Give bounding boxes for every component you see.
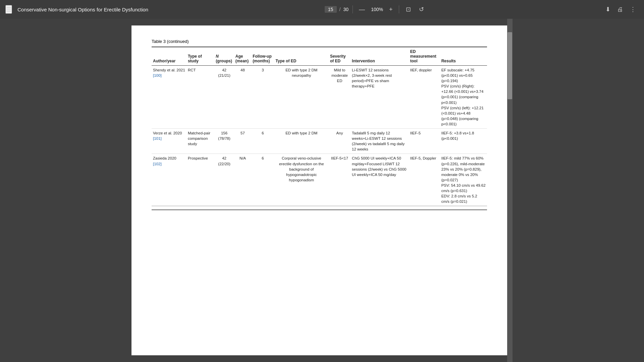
cell-intervention: Tadalafil 5 mg daily 12 weeks+Li-ESWT 12… <box>351 129 409 154</box>
divider-1 <box>353 5 353 13</box>
cell-results: IIEF-5: mild 77% vs 60% (p=0.226), mild-… <box>440 154 487 206</box>
cell-n-groups: 42 (21/21) <box>214 66 234 129</box>
col-type-ed: Type of ED <box>274 47 329 66</box>
cell-age-mean: N/A <box>234 154 251 206</box>
cell-severity-ed: IIEF-5<17 <box>329 154 351 206</box>
cell-follow-up: 6 <box>251 154 274 206</box>
cell-age-mean: 48 <box>234 66 251 129</box>
cell-severity-ed: Mild to moderate ED <box>329 66 351 129</box>
zoom-in-button[interactable]: + <box>387 5 395 14</box>
col-results: Results <box>440 47 487 66</box>
cell-type-study: Prospective <box>186 154 214 206</box>
cell-follow-up: 3 <box>251 66 274 129</box>
col-intervention: Intervention <box>351 47 409 66</box>
cell-age-mean: 57 <box>234 129 251 154</box>
table-label: Table 3 (continued) <box>152 39 487 44</box>
scrollbar[interactable] <box>507 19 513 362</box>
cell-ed-measurement: IIEF, doppler <box>409 66 440 129</box>
col-age-mean: Age (mean) <box>234 47 251 66</box>
zoom-out-button[interactable]: — <box>357 5 367 14</box>
table-bottom-border <box>152 209 487 210</box>
menu-button[interactable]: ☰ <box>5 5 12 14</box>
print-button[interactable]: 🖨 <box>614 5 626 14</box>
cell-type-study: Matched-pair comparison study <box>186 129 214 154</box>
cell-author: Zasieda 2020[102] <box>152 154 186 206</box>
cell-severity-ed: Any <box>329 129 351 154</box>
more-button[interactable]: ⋮ <box>627 4 639 14</box>
total-pages: 30 <box>343 7 348 12</box>
fit-page-button[interactable]: ⊡ <box>403 4 414 14</box>
page-container: Table 3 (continued) Author/year Type of … <box>131 25 507 355</box>
cell-follow-up: 6 <box>251 129 274 154</box>
col-severity-ed: Severity of ED <box>329 47 351 66</box>
table-row: Zasieda 2020[102]Prospective42 (22/20)N/… <box>152 154 487 206</box>
toolbar-right: ⬇ 🖨 ⋮ <box>603 4 639 14</box>
col-author: Author/year <box>152 47 186 66</box>
history-button[interactable]: ↺ <box>416 4 427 14</box>
col-n-groups: N (groups) <box>214 47 234 66</box>
col-follow-up: Follow-up (months) <box>251 47 274 66</box>
toolbar-center: / 30 — 100% + ⊡ ↺ <box>325 4 427 14</box>
main-content: Table 3 (continued) Author/year Type of … <box>0 19 644 362</box>
table-header-row: Author/year Type of study N (groups) Age… <box>152 47 487 66</box>
cell-intervention: Li-ESWT 12 sessions (2/week×2, 3-week re… <box>351 66 409 129</box>
cell-author: Verze et al. 2020[101] <box>152 129 186 154</box>
cell-ed-measurement: IIEF-5 <box>409 129 440 154</box>
table-row: Verze et al. 2020[101]Matched-pair compa… <box>152 129 487 154</box>
divider-2 <box>399 5 399 13</box>
main-table: Author/year Type of study N (groups) Age… <box>152 47 487 206</box>
cell-type-ed: Corporal veno-oclusive erectile dysfunct… <box>274 154 329 206</box>
page-separator: / <box>339 7 341 12</box>
download-button[interactable]: ⬇ <box>603 4 613 14</box>
cell-n-groups: 42 (22/20) <box>214 154 234 206</box>
table-row: Shendy et al. 2021[100]RCT42 (21/21)483E… <box>152 66 487 129</box>
cell-intervention: ChG 5000 UI weekly+ICA 50 mg/day+Focused… <box>351 154 409 206</box>
col-type-study: Type of study <box>186 47 214 66</box>
cell-results: IIEF-5: +3.8 vs+1.8 (p<0.001) <box>440 129 487 154</box>
scrollbar-thumb[interactable] <box>507 32 512 99</box>
toolbar: ☰ Conservative Non-surgical Options for … <box>0 0 644 19</box>
page-number-input[interactable] <box>325 6 337 13</box>
cell-results: EF subscale: +4.75 (p<0.001) vs+0.65 (p=… <box>440 66 487 129</box>
document-title: Conservative Non-surgical Options for Er… <box>17 7 148 12</box>
cell-ed-measurement: IIEF-5, Doppler <box>409 154 440 206</box>
cell-author: Shendy et al. 2021[100] <box>152 66 186 129</box>
cell-type-ed: ED with type 2 DM neuropathy <box>274 66 329 129</box>
cell-n-groups: 156 (78/78) <box>214 129 234 154</box>
zoom-level: 100% <box>370 7 384 12</box>
cell-type-ed: ED with type 2 DM <box>274 129 329 154</box>
cell-type-study: RCT <box>186 66 214 129</box>
col-ed-measurement: ED measurement tool <box>409 47 440 66</box>
